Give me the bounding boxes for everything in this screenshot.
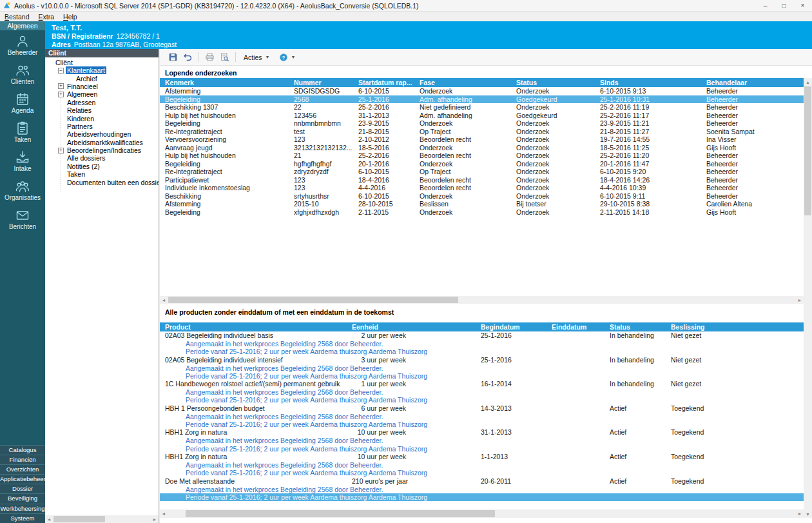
scroll-left-icon[interactable]: ◄ (160, 296, 168, 304)
sidebar-button-applicatiebeheer[interactable]: Applicatiebeheer (0, 474, 45, 484)
scroll-left-icon[interactable]: ◄ (45, 515, 53, 523)
maximize-button[interactable]: □ (775, 0, 793, 11)
minimize-button[interactable]: – (756, 0, 775, 11)
sidebar-button-werkbeheersing[interactable]: Werkbeheersing (0, 504, 45, 513)
table-row[interactable]: HBH 1 Persoongebonden budget6 uur per we… (160, 404, 804, 413)
column-header-startdatum-rap[interactable]: Startdatum rap... (353, 78, 414, 87)
undo-button[interactable] (180, 50, 195, 64)
sidebar-item-intake[interactable]: Intake (0, 146, 45, 175)
column-header-nummer[interactable]: Nummer (289, 78, 353, 87)
scrollbar-thumb[interactable] (168, 297, 458, 303)
product-note[interactable]: Periode vanaf 25-1-2016; 2 uur per week … (160, 372, 804, 380)
tree-item-relaties[interactable]: Relaties (45, 106, 159, 114)
table-row[interactable]: Begeleiding256825-1-2016Adm. afhandeling… (160, 95, 804, 104)
menu-help[interactable]: Help (59, 13, 82, 21)
table-row[interactable]: AfstemmingSDGfSDGSDG6-10-2015OnderzoekOn… (160, 87, 804, 95)
tree-item-beoordelingen-indicaties[interactable]: +Beoordelingen/Indicaties (45, 146, 159, 154)
sidebar-button-overzichten[interactable]: Overzichten (0, 464, 45, 474)
product-note[interactable]: Periode vanaf 25-1-2016; 2 uur per week … (160, 348, 804, 355)
table-row[interactable]: Beschikkingsrtyhusrthsr6-10-2015Onderzoe… (160, 192, 804, 201)
menu-bestand[interactable]: Bestand (0, 13, 34, 21)
menu-extra[interactable]: Extra (34, 13, 59, 21)
scrollbar-thumb[interactable] (804, 86, 811, 215)
column-header-status[interactable]: Status (511, 78, 595, 87)
tree-expander-plus-icon[interactable]: + (58, 83, 64, 89)
table-row[interactable]: HBH1 Zorg in natura10 uur per week31-1-2… (160, 428, 804, 437)
table-row[interactable]: Beschikking 13072225-2-2016Niet gedefini… (160, 103, 804, 112)
table-row[interactable]: Individuele inkomenstoeslag1234-4-2016Be… (160, 184, 804, 192)
sidebar-button-financi-n[interactable]: Financiën (0, 455, 45, 464)
sidebar-button-dossier[interactable]: Dossier (0, 484, 45, 493)
column-header-beslissing[interactable]: Beslissing (666, 322, 804, 331)
print-preview-button[interactable] (217, 50, 232, 64)
table-row[interactable]: 02A03 Begeleiding individueel basis2 uur… (160, 331, 804, 340)
table-row[interactable]: Re-integratietrajectzdryzdryzdf6-10-2015… (160, 168, 804, 176)
tree-item-klantenkaart[interactable]: −Klantenkaart (45, 66, 159, 74)
table-row[interactable]: Begeleidingnnbmnbmnbmn23-9-2015Onderzoek… (160, 119, 804, 128)
product-note[interactable]: Periode vanaf 25-1-2016; 2 uur per week … (160, 445, 804, 453)
scrollbar-thumb[interactable] (186, 510, 495, 517)
table-row[interactable]: Afstemming2015-1028-10-2015BeslissenBij … (160, 200, 804, 208)
product-note[interactable]: Periode vanaf 25-1-2016; 2 uur per week … (160, 396, 804, 404)
table-row[interactable]: Begeleidingxfghjxdfhzxdgh2-11-2015Onderz… (160, 208, 804, 217)
table-row[interactable]: 02A05 Begeleiding individueel intensief3… (160, 356, 804, 364)
table-row[interactable]: Hulp bij het huishouden2125-2-2016Beoord… (160, 152, 804, 160)
print-button[interactable] (202, 50, 217, 64)
tree-expander-minus-icon[interactable]: − (58, 68, 64, 74)
product-note[interactable]: Aangemaakt in het werkproces Begeleiding… (160, 364, 804, 372)
tree-item-taken[interactable]: Taken (45, 170, 159, 178)
sidebar-item-agenda[interactable]: Agenda (0, 88, 45, 117)
column-header-behandelaar[interactable]: Behandelaar (701, 78, 804, 87)
table-row[interactable]: Hulp bij het huishouden12345631-1-2013Ad… (160, 112, 804, 120)
product-note[interactable]: Periode vanaf 25-1-2016; 2 uur per week … (160, 493, 804, 501)
scrollbar-thumb[interactable] (53, 516, 105, 522)
scroll-right-icon[interactable]: ► (151, 515, 159, 523)
sidebar-tab-algemeen[interactable]: Algemeen (0, 21, 45, 30)
sidebar-button-catalogus[interactable]: Catalogus (0, 445, 45, 455)
sidebar-item-berichten[interactable]: Berichten (0, 204, 45, 233)
table-row[interactable]: 1C Handbewogen rolstoel actief/(semi) pe… (160, 380, 804, 388)
product-note[interactable]: Aangemaakt in het werkproces Begeleiding… (160, 388, 804, 396)
tree-expander-plus-icon[interactable]: + (58, 148, 64, 153)
table-row[interactable]: Vervoersvoorziening1232-10-2012Beoordele… (160, 135, 804, 144)
tree-item-archief[interactable]: Archief (45, 74, 159, 82)
tree-item-alle-dossiers[interactable]: Alle dossiers (45, 154, 159, 162)
scroll-right-icon[interactable]: ► (796, 296, 804, 304)
help-dropdown[interactable]: ? ▼ (275, 50, 300, 64)
product-note[interactable]: Periode vanaf 25-1-2016; 2 uur per week … (160, 420, 804, 428)
sidebar-item-beheerder[interactable]: Beheerder (0, 30, 45, 59)
tree-item-arbeidsmarktkwalificaties[interactable]: Arbeidsmarktkwalificaties (45, 139, 159, 146)
column-header-eenheid[interactable]: Eenheid (347, 322, 476, 331)
tree-expander-plus-icon[interactable]: + (58, 92, 64, 97)
tree-item-documenten-buiten-een-dossier[interactable]: Documenten buiten een dossier (45, 178, 159, 186)
table-row[interactable]: Doe Met alleenstaande210 euro's per jaar… (160, 477, 804, 486)
scroll-up-icon[interactable]: ▲ (804, 78, 812, 86)
sidebar-button-beveiliging[interactable]: Beveiliging (0, 493, 45, 503)
scroll-right-icon[interactable]: ► (796, 509, 804, 518)
table-row[interactable]: Begeleidinghgfhgfhgfhgf20-1-2016Onderzoe… (160, 160, 804, 168)
scroll-down-icon[interactable]: ▼ (804, 510, 812, 518)
product-note[interactable]: Aangemaakt in het werkproces Begeleiding… (160, 340, 804, 348)
tree-item-arbeidsverhoudingen[interactable]: Arbeidsverhoudingen (45, 130, 159, 138)
sidebar-button-systeem[interactable]: Systeem (0, 513, 45, 523)
product-note[interactable]: Aangemaakt in het werkproces Begeleiding… (160, 461, 804, 469)
column-header-einddatum[interactable]: Einddatum (546, 322, 604, 331)
acties-dropdown[interactable]: Acties ▼ (239, 50, 275, 64)
column-header-kenmerk[interactable]: Kenmerk (160, 78, 289, 87)
column-header-begindatum[interactable]: Begindatum (476, 322, 546, 331)
tree-item-kinderen[interactable]: Kinderen (45, 114, 159, 122)
tree-item-adressen[interactable]: Adressen (45, 99, 159, 106)
sidebar-item-cli-nten[interactable]: Cliënten (0, 59, 45, 88)
sidebar-item-taken[interactable]: Taken (0, 117, 45, 146)
tree-root-client[interactable]: Cliënt (45, 59, 159, 66)
table-row[interactable]: Aanvraag jeugd32132132132132...18-5-2016… (160, 144, 804, 152)
tree-item-partners[interactable]: Partners (45, 123, 159, 130)
tree-item-financieel[interactable]: +Financieel (45, 83, 159, 90)
table-row[interactable]: Participatiewet12318-4-2016Beoordelen re… (160, 176, 804, 184)
column-header-status[interactable]: Status (604, 322, 666, 331)
product-note[interactable]: Aangemaakt in het werkproces Begeleiding… (160, 437, 804, 444)
column-header-product[interactable]: Product (160, 322, 347, 331)
column-header-fase[interactable]: Fase (414, 78, 511, 87)
sidebar-item-organisaties[interactable]: Organisaties (0, 175, 45, 204)
product-note[interactable]: Periode vanaf 25-1-2016; 2 uur per week … (160, 469, 804, 477)
